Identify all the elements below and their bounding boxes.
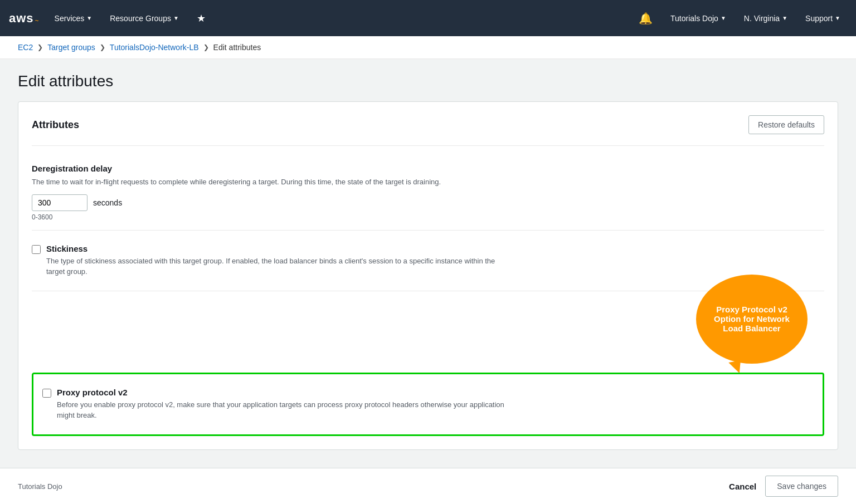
cancel-button[interactable]: Cancel xyxy=(729,482,756,491)
card-header: Attributes Restore defaults xyxy=(32,115,824,134)
deregistration-desc: The time to wait for in-flight requests … xyxy=(32,177,489,188)
proxy-protocol-checkbox[interactable] xyxy=(42,389,51,398)
breadcrumb: EC2 ❯ Target groups ❯ TutorialsDojo-Netw… xyxy=(0,36,856,59)
deregistration-unit: seconds xyxy=(93,198,122,207)
deregistration-input[interactable] xyxy=(32,194,87,211)
attributes-card: Attributes Restore defaults Deregistrati… xyxy=(18,101,838,450)
footer: Tutorials Dojo Cancel Save changes xyxy=(0,468,856,504)
breadcrumb-current: Edit attributes xyxy=(213,43,261,52)
footer-actions: Cancel Save changes xyxy=(729,476,838,497)
breadcrumb-sep-3: ❯ xyxy=(203,43,209,51)
deregistration-title: Deregistration delay xyxy=(32,164,824,173)
breadcrumb-sep-2: ❯ xyxy=(100,43,105,51)
services-chevron-icon: ▼ xyxy=(86,15,92,21)
services-nav-item[interactable]: Services ▼ xyxy=(48,9,99,27)
stickiness-row: Stickiness The type of stickiness associ… xyxy=(32,239,824,282)
support-chevron-icon: ▼ xyxy=(835,15,840,21)
region-nav-item[interactable]: N. Virginia ▼ xyxy=(737,9,794,27)
proxy-protocol-section: Proxy protocol v2 Before you enable prox… xyxy=(32,373,824,436)
deregistration-input-row: seconds xyxy=(32,194,824,211)
account-label: Tutorials Dojo xyxy=(670,14,718,23)
aws-logo[interactable]: aws ⁠~ xyxy=(9,11,39,26)
region-chevron-icon: ▼ xyxy=(782,15,787,21)
stickiness-label-col: Stickiness The type of stickiness associ… xyxy=(46,244,503,277)
proxy-protocol-title: Proxy protocol v2 xyxy=(57,388,514,397)
deregistration-section: Deregistration delay The time to wait fo… xyxy=(32,155,824,231)
breadcrumb-target-groups[interactable]: Target groups xyxy=(47,43,95,52)
footer-brand: Tutorials Dojo xyxy=(18,482,62,491)
breadcrumb-lb[interactable]: TutorialsDojo-Network-LB xyxy=(110,43,199,52)
starred-services-icon[interactable]: ★ xyxy=(190,8,212,29)
account-nav-item[interactable]: Tutorials Dojo ▼ xyxy=(664,9,733,27)
support-nav-item[interactable]: Support ▼ xyxy=(799,9,847,27)
stickiness-section: Stickiness The type of stickiness associ… xyxy=(32,231,824,291)
proxy-protocol-desc: Before you enable proxy protocol v2, mak… xyxy=(57,399,514,421)
services-label: Services xyxy=(55,14,85,23)
account-chevron-icon: ▼ xyxy=(721,15,726,21)
breadcrumb-ec2[interactable]: EC2 xyxy=(18,43,33,52)
proxy-protocol-checkbox-col xyxy=(42,388,51,400)
resource-groups-label: Resource Groups xyxy=(110,14,171,23)
main-content: Edit attributes Attributes Restore defau… xyxy=(0,59,856,495)
notifications-bell-icon[interactable]: 🔔 xyxy=(632,7,659,30)
card-title: Attributes xyxy=(32,119,79,131)
page-title: Edit attributes xyxy=(18,72,838,90)
stickiness-desc: The type of stickiness associated with t… xyxy=(46,256,503,277)
stickiness-title: Stickiness xyxy=(46,244,503,253)
proxy-protocol-label-col: Proxy protocol v2 Before you enable prox… xyxy=(57,388,514,421)
support-label: Support xyxy=(805,14,833,23)
proxy-protocol-row: Proxy protocol v2 Before you enable prox… xyxy=(42,383,814,425)
resource-groups-chevron-icon: ▼ xyxy=(173,15,179,21)
breadcrumb-sep-1: ❯ xyxy=(37,43,43,51)
callout-text: Proxy Protocol v2 Option for Network Loa… xyxy=(709,305,794,333)
resource-groups-nav-item[interactable]: Resource Groups ▼ xyxy=(103,9,186,27)
stickiness-checkbox[interactable] xyxy=(32,245,41,254)
header-divider xyxy=(32,145,824,146)
restore-defaults-button[interactable]: Restore defaults xyxy=(748,115,824,134)
top-nav: aws ⁠~ Services ▼ Resource Groups ▼ ★ 🔔 … xyxy=(0,0,856,36)
stickiness-checkbox-col xyxy=(32,244,41,256)
deregistration-range: 0-3600 xyxy=(32,213,824,221)
region-label: N. Virginia xyxy=(744,14,780,23)
save-changes-button[interactable]: Save changes xyxy=(765,476,838,497)
